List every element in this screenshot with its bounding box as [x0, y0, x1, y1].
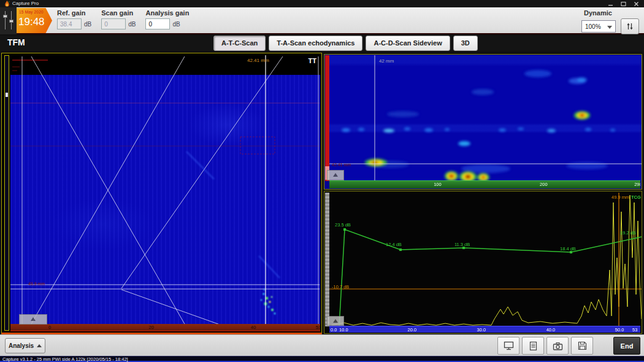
- sideview-cursor-label: 42 mm: [379, 58, 394, 64]
- minimize-button[interactable]: [605, 1, 616, 7]
- app-icon: [4, 1, 10, 7]
- scan-gain-input[interactable]: [101, 18, 126, 29]
- status-text: Capture v3.1.2 - 25 mm PWI side A 122k […: [2, 356, 128, 362]
- tab-3d[interactable]: 3D: [453, 36, 478, 51]
- ruler-tick: 290: [634, 182, 640, 187]
- ruler-tick: 0: [48, 325, 51, 330]
- layout-button[interactable]: [497, 337, 519, 355]
- ruler-tick: 10.0: [339, 327, 348, 333]
- date-label: 15 May 2020: [19, 10, 44, 14]
- ruler-tick: 50.0: [615, 327, 624, 333]
- analysis-gain-input[interactable]: [145, 18, 170, 29]
- display-icon: [504, 341, 514, 350]
- tab-a-c-d-scan-sideview[interactable]: A-C-D-Scan Sideview: [366, 36, 450, 51]
- dynamic-group: Dynamic 100%: [581, 9, 639, 34]
- dynamic-value: 100%: [585, 23, 601, 30]
- tfm-scan-view[interactable]: 42.41 mm TT 49.9 mm 0204053: [1, 53, 322, 334]
- ruler-tick: 53: [632, 327, 637, 333]
- echodyn-label-19-2-db: 19.2 dB: [620, 230, 636, 236]
- bottom-toolbar: Analysis End: [0, 334, 644, 356]
- ruler-tick: 40.0: [546, 327, 556, 333]
- ruler-tick: 53: [316, 325, 320, 330]
- camera-icon: [553, 342, 563, 350]
- unit-label: dB: [128, 21, 136, 28]
- gain-field-label: Scan gain: [101, 9, 136, 17]
- gain-field-label: Ref. gain: [57, 9, 91, 17]
- echodyn-ruler: 0.010.020.030.040.050.053: [329, 326, 640, 333]
- tab-a-t-c-scan[interactable]: A-T-C-Scan: [213, 36, 266, 51]
- time-label: 19:48: [18, 16, 45, 28]
- chevron-down-icon: [607, 26, 612, 29]
- updown-arrows-button[interactable]: [621, 18, 639, 34]
- gain-field-scan-gain: Scan gaindB: [101, 9, 136, 29]
- gain-field-analysis-gain: Analysis gaindB: [145, 9, 189, 29]
- ruler-tick: 100: [434, 182, 442, 187]
- window-title: Capture Pro: [12, 1, 39, 6]
- gain-faders-icon[interactable]: [0, 7, 17, 34]
- ruler-tick: 20: [149, 325, 154, 330]
- screenshot-button[interactable]: [546, 337, 569, 355]
- tfm-gate-label: 49.9 mm: [28, 282, 45, 286]
- echodyn-scroll-up-button[interactable]: [327, 316, 344, 326]
- echodyn-label-11-3-db: 11.3 dB: [454, 242, 470, 247]
- echodyn-label-23-5-db: 23.5 dB: [335, 222, 351, 228]
- sideview-ruler: 100200290: [329, 180, 640, 188]
- echodynamics-view[interactable]: 23.5 dB12.4 dB11.3 dB18.4 dB19.2 dB-10.7…: [324, 191, 642, 334]
- analysis-mode-button[interactable]: Analysis: [5, 338, 45, 353]
- tfm-ruler: 0204053: [10, 324, 320, 331]
- ruler-tick: 40: [251, 325, 256, 330]
- echodyn-label-18-4-db: 18.4 dB: [560, 246, 576, 252]
- dynamic-label: Dynamic: [584, 9, 639, 17]
- ruler-tick: 200: [540, 182, 548, 187]
- echodyn-label-10-7-db: -10.7 dB: [332, 284, 349, 290]
- tfm-scroll-up-button[interactable]: [19, 314, 47, 325]
- dynamic-select[interactable]: 100%: [581, 20, 616, 33]
- analysis-label: Analysis: [9, 342, 34, 349]
- tab-t-a-scan-echodynamics[interactable]: T-A-Scan echodynamics: [269, 36, 362, 51]
- echodyn-label-12-4-db: 12.4 dB: [386, 242, 402, 247]
- report-icon: [529, 341, 538, 351]
- sideview-overlay[interactable]: [329, 55, 642, 181]
- ruler-tick: 20.0: [408, 327, 417, 333]
- gain-fields: Ref. gaindBScan gaindBAnalysis gaindB: [57, 9, 189, 29]
- up-down-arrows-icon: [626, 22, 634, 31]
- echodyn-labels: 23.5 dB12.4 dB11.3 dB18.4 dB19.2 dB-10.7…: [324, 191, 643, 327]
- tfm-overlay[interactable]: [2, 53, 322, 334]
- tab-bar: A-T-C-ScanT-A-Scan echodynamicsA-C-D-Sca…: [213, 36, 478, 51]
- save-button[interactable]: [571, 337, 593, 355]
- gain-field-ref-gain: Ref. gaindB: [57, 9, 91, 29]
- title-bar: Capture Pro: [0, 0, 644, 7]
- close-button[interactable]: [631, 1, 642, 7]
- chevron-up-icon: [37, 344, 42, 347]
- echodyn-label-49-9-mm: 49.9 mm: [611, 194, 629, 200]
- gain-field-label: Analysis gain: [145, 9, 189, 17]
- tfm-cursor-label: 42.41 mm: [247, 58, 269, 63]
- echodyn-label-tcg: TCG: [631, 194, 641, 200]
- sideview-depth-label: 42.41 mm: [332, 163, 351, 167]
- ruler-tick: 0.0: [331, 327, 337, 333]
- maximize-button[interactable]: [618, 1, 629, 7]
- ruler-tick: 30.0: [477, 327, 486, 333]
- report-button[interactable]: [522, 337, 544, 355]
- subheader: TFM A-T-C-ScanT-A-Scan echodynamicsA-C-D…: [0, 36, 644, 52]
- unit-label: dB: [84, 21, 91, 28]
- end-button[interactable]: End: [613, 337, 640, 355]
- unit-label: dB: [172, 21, 180, 28]
- mode-label: TFM: [7, 37, 25, 47]
- sideview-scrollbar[interactable]: [325, 55, 329, 181]
- ref-gain-input[interactable]: [57, 18, 82, 29]
- datetime-badge: 15 May 2020 19:48: [17, 8, 52, 33]
- end-label: End: [621, 342, 634, 350]
- status-bar: Capture v3.1.2 - 25 mm PWI side A 122k […: [0, 356, 644, 362]
- sideview-scroll-up-button[interactable]: [327, 170, 344, 180]
- sideview-scan-view[interactable]: 42 mm 42.41 mm 100200290: [324, 54, 642, 190]
- tfm-corner-label: TT: [309, 57, 316, 64]
- save-icon: [578, 341, 587, 350]
- main-toolbar: 15 May 2020 19:48 Ref. gaindBScan gaindB…: [0, 7, 644, 34]
